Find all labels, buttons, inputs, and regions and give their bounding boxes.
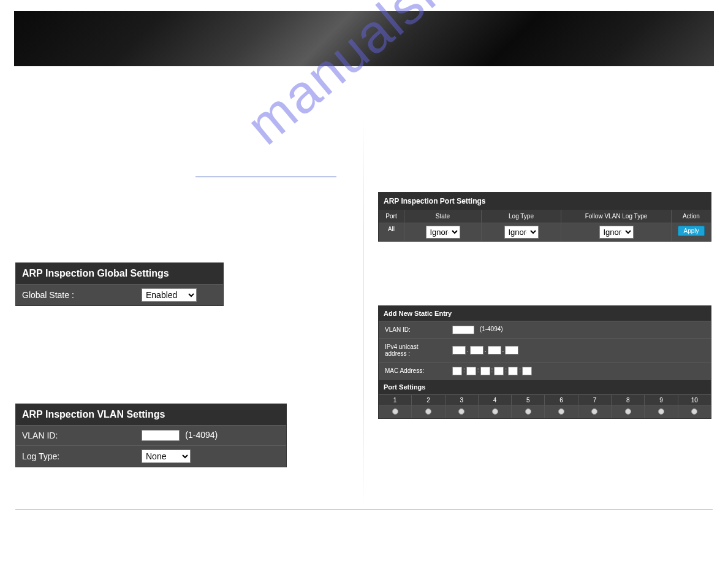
mac-byte-5[interactable]	[508, 367, 518, 375]
ipv4-octet-1[interactable]	[452, 346, 466, 354]
log-type-select[interactable]: Ignore	[504, 226, 539, 239]
add-static-entry-panel: Add New Static Entry VLAN ID: (1-4094) I…	[378, 305, 711, 419]
port-num: 7	[578, 395, 612, 405]
mac-byte-6[interactable]	[522, 367, 532, 375]
port-radio-2[interactable]	[425, 408, 431, 415]
action-header: Action	[672, 210, 711, 223]
port-cell: All	[379, 223, 404, 241]
mac-byte-3[interactable]	[480, 367, 490, 375]
port-number-row: 1 2 3 4 5 6 7 8 9 10	[379, 394, 711, 405]
ipv4-octet-3[interactable]	[488, 346, 501, 354]
vlan-id-range: (1-4094)	[185, 430, 218, 440]
port-radio-1[interactable]	[392, 408, 398, 415]
top-banner	[14, 11, 714, 66]
port-num: 10	[678, 395, 711, 405]
port-settings-title: Port Settings	[379, 379, 711, 394]
mac-byte-4[interactable]	[494, 367, 504, 375]
ipv4-octet-4[interactable]	[505, 346, 518, 354]
mac-byte-1[interactable]	[452, 367, 462, 375]
port-radio-6[interactable]	[558, 408, 564, 415]
port-header: Port	[379, 210, 404, 223]
port-num: 3	[446, 395, 479, 405]
mac-byte-2[interactable]	[466, 367, 476, 375]
port-radio-8[interactable]	[625, 408, 631, 415]
port-radio-9[interactable]	[658, 408, 664, 415]
port-table-row: All Ignore Ignore Ignore Apply	[379, 223, 711, 241]
port-num: 2	[412, 395, 445, 405]
port-num: 1	[379, 395, 412, 405]
global-state-label: Global State :	[16, 285, 135, 305]
arp-global-settings-panel: ARP Inspection Global Settings Global St…	[15, 262, 224, 306]
log-type-select[interactable]: None	[142, 450, 191, 463]
port-num: 8	[612, 395, 645, 405]
static-vlan-input[interactable]	[452, 326, 474, 334]
port-radio-10[interactable]	[691, 408, 697, 415]
vlan-id-input[interactable]	[142, 430, 180, 441]
arp-vlan-settings-panel: ARP Inspection VLAN Settings VLAN ID: (1…	[15, 404, 287, 467]
panel-title: Add New Static Entry	[379, 306, 711, 321]
vlan-id-label: VLAN ID:	[16, 426, 135, 445]
content-area: manualshive.com ARP Inspection Global Se…	[14, 66, 714, 532]
static-vlan-label: VLAN ID:	[379, 321, 446, 338]
log-type-label: Log Type:	[16, 446, 135, 466]
panel-title: ARP Inspection VLAN Settings	[16, 404, 286, 425]
bottom-divider	[15, 509, 713, 510]
log-type-header: Log Type	[482, 210, 561, 223]
port-radio-row	[379, 405, 711, 418]
global-state-select[interactable]: Enabled	[142, 288, 197, 302]
column-divider	[363, 115, 364, 508]
panel-title: ARP Inspection Port Settings	[379, 193, 711, 210]
static-vlan-range: (1-4094)	[480, 326, 503, 332]
mac-label: MAC Address:	[379, 362, 446, 379]
ipv4-label: IPv4 unicast address :	[379, 339, 446, 362]
port-num: 4	[479, 395, 512, 405]
arp-port-settings-panel: ARP Inspection Port Settings Port State …	[378, 192, 711, 242]
port-radio-7[interactable]	[591, 408, 597, 415]
port-num: 5	[512, 395, 545, 405]
port-radio-4[interactable]	[492, 408, 498, 415]
follow-select[interactable]: Ignore	[599, 226, 634, 239]
port-num: 9	[645, 395, 678, 405]
port-radio-5[interactable]	[525, 408, 531, 415]
port-table-header: Port State Log Type Follow VLAN Log Type…	[379, 210, 711, 223]
follow-header: Follow VLAN Log Type	[561, 210, 672, 223]
panel-title: ARP Inspection Global Settings	[16, 263, 223, 284]
apply-button[interactable]: Apply	[678, 226, 704, 236]
state-header: State	[404, 210, 482, 223]
state-select[interactable]: Ignore	[426, 226, 460, 239]
underline-link[interactable]	[195, 167, 336, 177]
ipv4-octet-2[interactable]	[470, 346, 483, 354]
port-radio-3[interactable]	[458, 408, 464, 415]
port-num: 6	[545, 395, 578, 405]
